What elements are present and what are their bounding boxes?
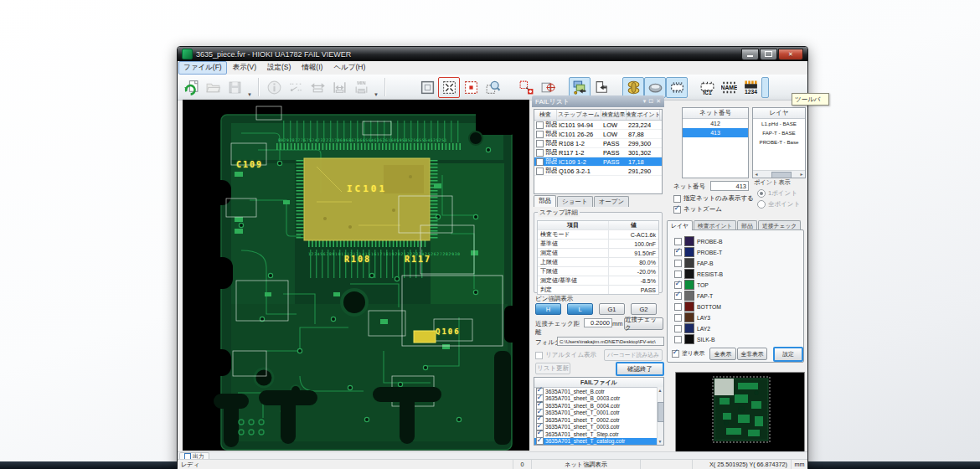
realtime-checkbox[interactable]	[535, 352, 543, 359]
point-1-radio-row[interactable]: 1ポイント	[757, 189, 797, 198]
proximity-distance-input[interactable]	[584, 318, 612, 327]
menu-help[interactable]: ヘルプ(H)	[328, 61, 370, 75]
layer-row[interactable]: PROBE-B	[674, 236, 723, 246]
layer-name-list[interactable]: レイヤ L1.pHd - BASE FAP-T - BASE PROBE-T -…	[752, 107, 806, 178]
menu-file[interactable]: ファイル(F)	[178, 61, 227, 75]
fill-display-checkbox[interactable]	[672, 350, 679, 358]
point-all-radio-row[interactable]: 全ポイント	[757, 200, 800, 209]
layer-row[interactable]: RESIST-B	[674, 269, 723, 279]
fail-file-row[interactable]: 3635A701_sheet_T_0001.cotr	[534, 410, 663, 417]
scrollbar-thumb[interactable]	[658, 402, 664, 422]
layer-checkbox[interactable]	[674, 238, 682, 245]
menu-info[interactable]: 情報(I)	[297, 61, 328, 75]
proximity-check-button[interactable]: 近接チェック	[624, 317, 663, 330]
layer-row[interactable]: LAY3	[674, 312, 710, 322]
show-ic-outline-button[interactable]	[666, 77, 688, 98]
layer-name-item[interactable]: FAP-T - BASE	[753, 128, 805, 137]
tab-parts[interactable]: 部品	[534, 195, 556, 207]
info-button[interactable]	[263, 77, 285, 98]
board-overview-thumbnail[interactable]	[675, 372, 805, 452]
net-number-input[interactable]	[710, 181, 749, 191]
zoom-fit-button[interactable]	[438, 77, 460, 98]
show-pin-numbers-button[interactable]: 1234	[740, 77, 761, 98]
hscrollbar-thumb[interactable]	[771, 172, 792, 178]
file-checkbox[interactable]	[536, 437, 544, 445]
net-number-list[interactable]: ネット番号 412 413	[682, 107, 749, 178]
layer-row[interactable]: LAY2	[674, 323, 710, 333]
point-all-radio[interactable]	[757, 200, 766, 209]
layer-row[interactable]: PROBE-T	[674, 247, 722, 257]
layer-checkbox[interactable]	[674, 303, 682, 311]
center-crosshair-button[interactable]	[537, 77, 559, 98]
zoom-center-button[interactable]	[460, 77, 482, 98]
fail-row[interactable]: 部品 IC101 94-94 LOW 223,224	[534, 121, 662, 130]
scroll-right-icon[interactable]: ►	[798, 172, 805, 177]
pin-g1-button[interactable]: G1	[599, 303, 625, 315]
layer-name-item[interactable]: PROBE-T - Base	[753, 137, 805, 147]
reload-file-button[interactable]	[180, 77, 202, 98]
menu-settings[interactable]: 設定(S)	[262, 61, 296, 75]
tab-open[interactable]: オープン	[594, 196, 630, 207]
fail-file-row[interactable]: 3635A701_sheet_T_catalog.cotr	[534, 438, 663, 446]
row-checkbox[interactable]	[536, 158, 544, 166]
realtime-checkbox-row[interactable]: リアルタイム表示	[535, 351, 596, 359]
file-group-dropdown[interactable]: ▼	[245, 76, 254, 99]
net-item[interactable]: 412	[683, 119, 748, 128]
menu-view[interactable]: 表示(V)	[228, 61, 261, 75]
net-zoom-checkbox[interactable]	[673, 206, 681, 214]
tab-layer[interactable]: レイヤ	[667, 220, 693, 230]
row-checkbox[interactable]	[536, 140, 544, 147]
title-bar[interactable]: 3635_piece.fvr - HIOKI UA1782 FAIL VIEWE…	[178, 47, 807, 61]
specified-net-checkbox-row[interactable]: 指定ネットのみ表示する	[673, 194, 754, 203]
maximize-button[interactable]	[760, 49, 777, 60]
layer-checkbox[interactable]	[674, 325, 682, 332]
point-1-radio[interactable]	[757, 189, 766, 198]
scroll-down-icon[interactable]: ▼	[658, 438, 663, 445]
col-points[interactable]: 検査ポイント	[627, 110, 660, 120]
row-checkbox[interactable]	[536, 149, 544, 157]
col-stepname[interactable]: ステップネーム	[557, 110, 601, 120]
board-outline-button[interactable]	[416, 77, 438, 98]
layer-checkbox[interactable]	[674, 292, 682, 300]
barcode-load-button[interactable]: バーコード読み込み	[604, 349, 663, 361]
layer-checkbox[interactable]	[674, 260, 682, 267]
layer-row[interactable]: BOTTOM	[674, 302, 721, 312]
fail-row[interactable]: 部品 IC109 1-2 PASS 17,18	[534, 157, 662, 167]
fail-file-row[interactable]: 3635A701_sheet_B_0004.cotr	[534, 402, 663, 410]
pin-h-button[interactable]: H	[535, 303, 561, 315]
move-layer-button[interactable]	[569, 77, 591, 98]
step-test-button[interactable]	[285, 77, 307, 98]
fail-file-row[interactable]: 3635A701_sheet_T_0002.cotr	[534, 416, 663, 424]
move-polygon-button[interactable]	[591, 77, 612, 98]
fail-file-row[interactable]: 3635A701_sheet_B_0003.cotr	[534, 395, 663, 403]
layer-row[interactable]: TOP	[674, 280, 709, 290]
show-ic-name-button[interactable]: NAME	[718, 77, 740, 98]
show-all-button[interactable]: 全表示	[709, 348, 736, 360]
net-item[interactable]: 413	[683, 128, 748, 137]
pin-g2-button[interactable]: G2	[631, 303, 657, 315]
measure-bracket-button[interactable]	[328, 77, 350, 98]
fail-row[interactable]: 部品 R108 1-2 PASS 299,300	[534, 139, 662, 148]
fail-file-row[interactable]: 3635A701_sheet_T_Step.cotr	[534, 430, 663, 438]
net-zoom-checkbox-row[interactable]: ネットズーム	[673, 205, 722, 214]
hide-all-button[interactable]: 全非表示	[737, 348, 767, 360]
fail-row[interactable]: 部品 IC101 26-26 LOW 87,88	[534, 130, 662, 139]
open-folder-button[interactable]	[202, 77, 224, 98]
clipped-toolbar-button[interactable]	[761, 77, 769, 98]
row-checkbox[interactable]	[536, 168, 544, 175]
scroll-left-icon[interactable]: ◄	[753, 172, 760, 177]
fail-panel-caption[interactable]: FAILリスト ▾ ⊡ ✕	[532, 95, 664, 107]
panel-close-icon[interactable]: ✕	[656, 98, 661, 105]
copy-region-button[interactable]	[515, 77, 537, 98]
layer-list-hscrollbar[interactable]: ◄ ►	[753, 170, 805, 178]
layer-name-item[interactable]: L1.pHd - BASE	[753, 119, 805, 128]
layer-checkbox[interactable]	[674, 336, 682, 343]
layer-row[interactable]: FAP-T	[674, 291, 713, 301]
layer-row[interactable]: FAP-B	[674, 258, 714, 268]
layer-row[interactable]: SILK-B	[674, 334, 715, 344]
layer-checkbox[interactable]	[674, 314, 682, 322]
panel-float-icon[interactable]: ⊡	[648, 98, 653, 105]
row-checkbox[interactable]	[536, 121, 544, 129]
measure-min-button[interactable]: MIN	[350, 77, 372, 98]
pcb-canvas[interactable]: 8079787776757473727170696867666564636261…	[183, 100, 529, 451]
